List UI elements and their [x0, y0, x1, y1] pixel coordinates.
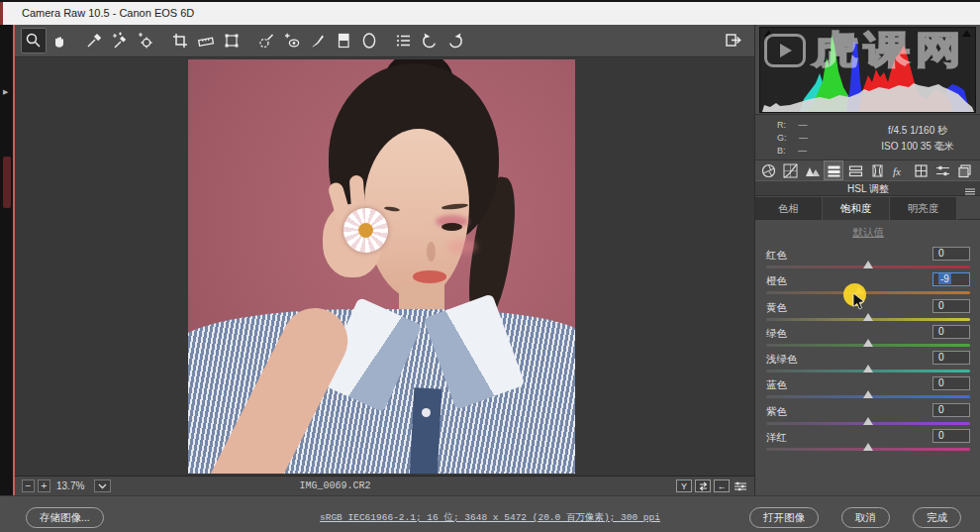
spot-removal-tool-icon[interactable]	[253, 28, 279, 53]
preview-photo	[188, 59, 575, 474]
sliders-icon	[734, 480, 747, 492]
color-sampler-tool-icon[interactable]	[107, 28, 133, 53]
straighten-tool-icon[interactable]	[193, 28, 219, 53]
red-eye-tool-icon[interactable]	[279, 28, 305, 53]
slider-thumb[interactable]	[863, 365, 873, 372]
photo-shirt-button	[422, 408, 431, 417]
tab-split-toning-icon[interactable]	[845, 160, 865, 180]
rgb-value: —	[792, 119, 814, 132]
default-values-link[interactable]: 默认值	[755, 226, 980, 240]
tab-tone-curve-icon[interactable]	[780, 160, 800, 180]
adjustments-panel: R:— G:— B:— f/4.5 1/160 秒 ISO 100 35 毫米	[754, 25, 980, 495]
slider-magenta: 洋红 0	[766, 429, 970, 455]
slider-value-input[interactable]: 0	[932, 247, 970, 261]
slider-value-input[interactable]: 0	[932, 376, 970, 390]
tab-saturation[interactable]: 饱和度	[823, 197, 890, 220]
cancel-button[interactable]: 取消	[841, 507, 890, 528]
slider-label: 橙色	[766, 274, 787, 288]
slider-value-input[interactable]: 0	[932, 403, 970, 417]
slider-thumb[interactable]	[863, 443, 873, 451]
tab-snapshots-icon[interactable]	[954, 160, 974, 180]
rgb-label: B:	[777, 146, 786, 156]
preview-mode-y-button[interactable]: Y	[676, 479, 692, 492]
panel-tab-strip: fx	[758, 160, 978, 180]
graduated-filter-tool-icon[interactable]	[331, 28, 356, 53]
slider-label: 黄色	[766, 301, 787, 315]
tab-detail-icon[interactable]	[802, 160, 822, 180]
transform-tool-icon[interactable]	[219, 28, 245, 53]
slider-value-input-editing[interactable]: -9	[932, 272, 970, 286]
tab-hsl-grayscale-icon[interactable]	[824, 160, 843, 180]
toggle-fullscreen-icon[interactable]	[721, 28, 746, 53]
zoom-tool-icon[interactable]	[21, 28, 47, 53]
shadow-clipping-indicator	[764, 31, 773, 38]
rotate-left-icon[interactable]	[417, 28, 442, 53]
slider-thumb[interactable]	[863, 339, 873, 347]
image-filename: IMG_0069.CR2	[15, 480, 655, 491]
rgb-value: —	[793, 132, 815, 145]
done-button[interactable]: 完成	[913, 507, 961, 528]
hand-tool-icon[interactable]	[47, 28, 72, 53]
copy-settings-button[interactable]: ←	[714, 479, 730, 492]
iso-focal-info: ISO 100 35 毫米	[859, 139, 976, 155]
highlight-clipping-indicator	[962, 31, 971, 38]
slider-yellow: 黄色 0	[766, 299, 970, 325]
camera-raw-window: Camera Raw 10.5 - Canon EOS 6D ▶	[0, 0, 980, 532]
open-image-button[interactable]: 打开图像	[749, 507, 819, 528]
white-balance-tool-icon[interactable]	[81, 28, 107, 53]
workflow-options-link[interactable]: sRGB IEC61966-2.1; 16 位; 3648 x 5472 (20…	[0, 511, 980, 524]
slider-value-input[interactable]: 0	[932, 429, 970, 443]
slider-label: 洋红	[766, 431, 787, 445]
rgb-value: —	[792, 145, 814, 158]
edge-thumb	[3, 157, 11, 208]
rgb-label: G:	[777, 133, 787, 143]
preview-preferences-button[interactable]	[733, 479, 748, 492]
slider-blue: 蓝色 0	[766, 376, 970, 402]
tab-hue[interactable]: 色相	[755, 197, 823, 220]
photo-eye	[441, 223, 462, 231]
crop-tool-icon[interactable]	[167, 28, 193, 53]
slider-label: 红色	[766, 249, 787, 263]
slider-red: 红色 0	[766, 247, 970, 272]
slider-thumb[interactable]	[863, 390, 873, 398]
tab-lens-corrections-icon[interactable]	[867, 160, 887, 180]
tab-basic-icon[interactable]	[758, 160, 778, 180]
title-bar: Camera Raw 10.5 - Canon EOS 6D	[0, 2, 980, 25]
exif-info-strip: R:— G:— B:— f/4.5 1/160 秒 ISO 100 35 毫米	[755, 114, 980, 160]
panel-header: HSL 调整	[755, 180, 980, 196]
photo-placket	[410, 387, 442, 474]
tab-luminance[interactable]: 明亮度	[890, 197, 957, 220]
toolbar	[15, 25, 754, 57]
slider-value-input[interactable]: 0	[932, 325, 970, 339]
slider-thumb[interactable]	[863, 417, 873, 425]
rotate-right-icon[interactable]	[442, 28, 468, 53]
hsl-sliders: 红色 0 橙色 -9 黄色 0 绿色	[766, 247, 970, 455]
image-canvas[interactable]	[15, 58, 754, 476]
swap-before-after-button[interactable]	[695, 479, 711, 492]
slider-value-input[interactable]: 0	[932, 351, 970, 365]
panel-title: HSL 调整	[847, 183, 889, 194]
exposure-info: f/4.5 1/160 秒	[859, 123, 976, 139]
adjustment-brush-tool-icon[interactable]	[305, 28, 331, 53]
slider-label: 浅绿色	[766, 353, 798, 367]
tab-presets-icon[interactable]	[932, 160, 952, 180]
slider-label: 紫色	[766, 405, 787, 419]
photo-flower-core	[358, 223, 373, 238]
main-window: − + 13.7% IMG_0069.CR2 Y ←	[15, 25, 980, 495]
slider-thumb[interactable]	[863, 313, 873, 321]
slider-orange: 橙色 -9	[766, 272, 970, 298]
mouse-cursor-icon	[852, 292, 868, 310]
tab-camera-calibration-icon[interactable]	[911, 160, 931, 180]
slider-value-input[interactable]: 0	[932, 299, 970, 313]
targeted-adjustment-tool-icon[interactable]	[133, 28, 158, 53]
histogram[interactable]	[759, 27, 976, 113]
slider-track[interactable]	[766, 291, 970, 294]
slider-label: 绿色	[766, 327, 787, 341]
preferences-tool-icon[interactable]	[391, 28, 417, 53]
radial-filter-tool-icon[interactable]	[356, 28, 382, 53]
slider-thumb[interactable]	[863, 261, 873, 268]
slider-aqua: 浅绿色 0	[766, 351, 970, 376]
tab-effects-icon[interactable]: fx	[889, 160, 909, 180]
slider-green: 绿色 0	[766, 325, 970, 351]
slider-purple: 紫色 0	[766, 403, 970, 429]
